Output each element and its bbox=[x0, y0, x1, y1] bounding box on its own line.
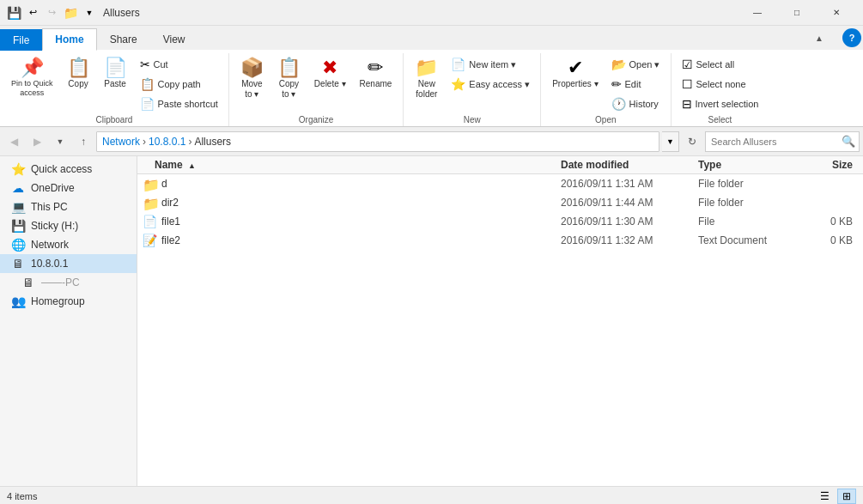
sidebar: ⭐ Quick access ☁ OneDrive 💻 This PC 💾 St… bbox=[0, 156, 137, 486]
sidebar-item-homegroup[interactable]: 👥 Homegroup bbox=[0, 292, 137, 311]
tab-home[interactable]: Home bbox=[42, 28, 96, 51]
ribbon-group-open: ✔ Properties ▾ 📂 Open ▾ ✏ Edit 🕐 History… bbox=[541, 53, 671, 126]
breadcrumb-ip[interactable]: 10.8.0.1 bbox=[149, 136, 185, 148]
copy-path-button[interactable]: 📋 Copy path bbox=[135, 75, 223, 94]
file-name-cell: file2 bbox=[161, 234, 554, 246]
copy-icon: 📋 bbox=[67, 58, 90, 77]
column-modified[interactable]: Date modified bbox=[554, 159, 691, 171]
address-path[interactable]: Network › 10.8.0.1 › Allusers bbox=[96, 131, 659, 152]
ribbon-tabs: File Home Share View ▲ ? bbox=[0, 26, 863, 50]
organize-group-content: 📦 Moveto ▾ 📋 Copyto ▾ ✖ Delete ▾ ✏ Renam… bbox=[234, 55, 398, 113]
move-label: Moveto ▾ bbox=[241, 79, 262, 100]
column-type-label: Type bbox=[698, 159, 721, 171]
select-all-button[interactable]: ☑ Select all bbox=[677, 55, 764, 74]
file-name-cell: file1 bbox=[161, 216, 554, 228]
file-modified-cell: 2016/09/11 1:32 AM bbox=[554, 234, 691, 246]
file-icon: 📄 bbox=[143, 215, 157, 228]
history-label: History bbox=[629, 99, 659, 109]
invert-selection-button[interactable]: ⊟ Invert selection bbox=[677, 94, 764, 113]
column-name[interactable]: Name ▲ bbox=[137, 159, 554, 171]
easy-access-icon: ⭐ bbox=[451, 77, 465, 91]
address-dropdown-button[interactable]: ▼ bbox=[662, 131, 679, 152]
tab-share[interactable]: Share bbox=[97, 28, 150, 50]
folder-icon: 📁 bbox=[143, 197, 160, 211]
sidebar-label-this-pc: This PC bbox=[31, 201, 68, 213]
properties-icon: ✔ bbox=[568, 58, 583, 77]
pc-icon: 🖥 bbox=[21, 276, 36, 289]
tab-view[interactable]: View bbox=[150, 28, 198, 50]
history-button[interactable]: 🕐 History bbox=[606, 94, 665, 113]
file-type-cell: Text Document bbox=[691, 234, 794, 246]
close-button[interactable]: ✕ bbox=[817, 0, 856, 26]
new-item-button[interactable]: 📄 New item ▾ bbox=[446, 55, 535, 74]
new-folder-button[interactable]: 📁 Newfolder bbox=[409, 55, 444, 103]
easy-access-button[interactable]: ⭐ Easy access ▾ bbox=[446, 75, 535, 94]
sidebar-item-quick-access[interactable]: ⭐ Quick access bbox=[0, 160, 137, 179]
paste-button[interactable]: 📄 Paste bbox=[98, 55, 133, 93]
edit-button[interactable]: ✏ Edit bbox=[606, 75, 665, 94]
down-arrow-icon[interactable]: ▼ bbox=[82, 6, 96, 20]
move-to-button[interactable]: 📦 Moveto ▾ bbox=[234, 55, 270, 103]
recent-locations-button[interactable]: ▼ bbox=[50, 131, 70, 152]
status-bar: 4 items ☰ ⊞ bbox=[0, 486, 863, 504]
table-row[interactable]: 📁 dir2 2016/09/11 1:44 AM File folder bbox=[137, 193, 863, 212]
quick-access-icon: ⭐ bbox=[10, 162, 26, 176]
table-row[interactable]: 📁 d 2016/09/11 1:31 AM File folder bbox=[137, 174, 863, 193]
select-buttons: ☑ Select all ☐ Select none ⊟ Invert sele… bbox=[677, 55, 764, 113]
search-input[interactable] bbox=[706, 137, 838, 147]
table-row[interactable]: 📝 file2 2016/09/11 1:32 AM Text Document… bbox=[137, 231, 863, 250]
details-view-button[interactable]: ☰ bbox=[815, 489, 834, 504]
cut-button[interactable]: ✂ Cut bbox=[135, 55, 223, 74]
grid-view-button[interactable]: ⊞ bbox=[837, 489, 856, 504]
minimize-button[interactable]: — bbox=[738, 0, 777, 26]
file-type-cell: File folder bbox=[691, 197, 794, 209]
properties-label: Properties ▾ bbox=[552, 79, 598, 89]
sidebar-item-server[interactable]: 🖥 10.8.0.1 bbox=[0, 254, 137, 273]
help-button[interactable]: ? bbox=[842, 28, 861, 47]
file-txt-icon: 📝 bbox=[143, 234, 157, 247]
ribbon-group-clipboard: 📌 Pin to Quickaccess 📋 Copy 📄 Paste ✂ Cu… bbox=[0, 53, 229, 126]
sidebar-item-this-pc[interactable]: 💻 This PC bbox=[0, 197, 137, 216]
ribbon-collapse-button[interactable]: ▲ bbox=[815, 33, 823, 43]
sidebar-item-sticky-h[interactable]: 💾 Sticky (H:) bbox=[0, 216, 137, 235]
rename-button[interactable]: ✏ Rename bbox=[354, 55, 398, 93]
sidebar-label-server: 10.8.0.1 bbox=[31, 258, 68, 270]
tab-file[interactable]: File bbox=[0, 29, 42, 51]
main-area: ⭐ Quick access ☁ OneDrive 💻 This PC 💾 St… bbox=[0, 156, 863, 486]
invert-label: Invert selection bbox=[696, 99, 759, 109]
forward-button[interactable]: ▶ bbox=[27, 131, 47, 152]
select-group-label: Select bbox=[708, 115, 732, 126]
select-none-button[interactable]: ☐ Select none bbox=[677, 75, 764, 94]
delete-button[interactable]: ✖ Delete ▾ bbox=[308, 55, 352, 93]
paste-shortcut-button[interactable]: 📄 Paste shortcut bbox=[135, 94, 223, 113]
back-button[interactable]: ◀ bbox=[3, 131, 24, 152]
onedrive-icon: ☁ bbox=[10, 181, 26, 195]
open-button[interactable]: 📂 Open ▾ bbox=[606, 55, 665, 74]
item-count: 4 items bbox=[7, 491, 37, 501]
column-size[interactable]: Size bbox=[794, 159, 863, 171]
title-bar: 💾 ↩ ↪ 📁 ▼ Allusers — □ ✕ bbox=[0, 0, 863, 26]
sidebar-item-onedrive[interactable]: ☁ OneDrive bbox=[0, 179, 137, 197]
refresh-button[interactable]: ↻ bbox=[682, 131, 702, 152]
maximize-button[interactable]: □ bbox=[777, 0, 817, 26]
search-button[interactable]: 🔍 bbox=[838, 132, 859, 151]
new-item-icon: 📄 bbox=[451, 58, 465, 71]
sort-arrow: ▲ bbox=[188, 161, 196, 170]
clipboard-group-label: Clipboard bbox=[96, 115, 133, 126]
breadcrumb-network[interactable]: Network bbox=[102, 136, 140, 148]
pin-to-quick-access-button[interactable]: 📌 Pin to Quickaccess bbox=[5, 55, 59, 101]
column-size-label: Size bbox=[832, 159, 853, 171]
network-icon: 🌐 bbox=[10, 238, 26, 252]
cut-icon: ✂ bbox=[140, 58, 150, 71]
table-row[interactable]: 📄 file1 2016/09/11 1:30 AM File 0 KB bbox=[137, 212, 863, 231]
column-type[interactable]: Type bbox=[691, 159, 794, 171]
properties-button[interactable]: ✔ Properties ▾ bbox=[546, 55, 604, 93]
copy-button[interactable]: 📋 Copy bbox=[61, 55, 96, 93]
sidebar-item-network[interactable]: 🌐 Network bbox=[0, 235, 137, 254]
open-label: Open ▾ bbox=[629, 59, 660, 70]
copy-to-button[interactable]: 📋 Copyto ▾ bbox=[271, 55, 307, 103]
up-button[interactable]: ↑ bbox=[73, 131, 94, 152]
sidebar-item-pc[interactable]: 🖥 ——-PC bbox=[0, 273, 137, 292]
file-icon-cell: 📄 bbox=[143, 215, 156, 228]
new-folder-icon: 📁 bbox=[415, 58, 438, 77]
